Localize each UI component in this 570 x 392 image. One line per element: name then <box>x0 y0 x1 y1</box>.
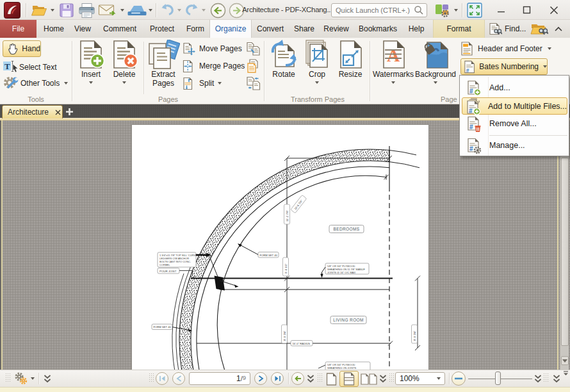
new-tab-button[interactable] <box>65 106 74 117</box>
menu-item-remove-all[interactable]: # Remove All... <box>462 115 567 132</box>
undo-dropdown[interactable] <box>176 2 183 19</box>
swap-pages-button[interactable] <box>246 76 261 90</box>
tab-review[interactable]: Review <box>320 20 353 38</box>
open-file-dropdown[interactable] <box>49 2 56 19</box>
replace-pages-button[interactable] <box>246 59 261 73</box>
close-button[interactable] <box>543 0 565 20</box>
scan-button[interactable] <box>127 2 147 19</box>
scrollbar-thumb[interactable] <box>561 158 569 346</box>
bates-numbering-button[interactable]: # Bates Numbering <box>460 58 548 75</box>
print-button[interactable] <box>77 2 96 19</box>
zoom-out-button[interactable] <box>452 372 466 386</box>
ui-options-dropdown[interactable] <box>453 2 459 19</box>
previous-page-button[interactable] <box>172 372 185 385</box>
header-and-footer-button[interactable]: Header and Footer <box>460 41 551 56</box>
ui-options-button[interactable] <box>433 2 452 19</box>
delete-pages-button[interactable]: Delete <box>106 39 142 94</box>
tab-protect[interactable]: Protect <box>143 20 181 38</box>
duplicate-pages-button[interactable] <box>246 42 261 56</box>
resize-pages-button[interactable]: Resize <box>332 39 368 94</box>
dim-label-v3: 8'-0 3/4" <box>413 330 416 341</box>
redo-button[interactable] <box>184 2 200 19</box>
document-page[interactable]: 1 3/4"x11 7/8" TOP SILL 'CURVED' LEDGERS… <box>131 124 429 370</box>
tab-view[interactable]: View <box>69 20 97 38</box>
email-button[interactable] <box>97 2 118 19</box>
more-tools-button[interactable] <box>551 372 562 386</box>
split-button[interactable]: Split <box>182 76 222 90</box>
page-number-input[interactable] <box>204 374 241 383</box>
two-page-layout-button[interactable] <box>360 372 378 386</box>
hand-tool-button[interactable]: Hand <box>3 40 41 57</box>
page-nav-grip[interactable] <box>149 373 154 383</box>
nav-back-button[interactable] <box>209 2 226 19</box>
quick-launch-box[interactable] <box>331 3 427 17</box>
app-logo-icon <box>3 2 22 19</box>
open-file-button[interactable] <box>29 2 49 19</box>
menu-item-manage[interactable]: # Manage... <box>462 137 567 154</box>
crop-pages-button[interactable]: Crop <box>299 39 335 94</box>
scrollbar-down-button[interactable] <box>561 356 569 365</box>
email-dropdown[interactable] <box>119 2 126 19</box>
history-expand-button[interactable] <box>306 372 315 386</box>
extract-pages-button[interactable]: Extract Pages <box>145 39 181 94</box>
tab-close-icon[interactable] <box>55 110 61 115</box>
last-page-button[interactable] <box>271 372 284 385</box>
tab-convert[interactable]: Convert <box>252 20 289 38</box>
undo-button[interactable] <box>159 2 175 19</box>
status-options-dropdown[interactable] <box>29 372 36 386</box>
find-button[interactable]: Find... <box>488 20 526 38</box>
search-in-files-button[interactable] <box>530 20 548 38</box>
zoom-grip[interactable] <box>389 373 395 383</box>
collapse-ribbon-button[interactable] <box>555 20 566 38</box>
tab-format[interactable]: Format <box>433 20 485 38</box>
single-page-layout-button[interactable] <box>324 372 338 386</box>
tab-home[interactable]: Home <box>39 20 69 38</box>
select-text-button[interactable]: T Select Text <box>3 60 56 75</box>
other-tools-button[interactable]: Other Tools <box>3 76 68 91</box>
tab-share[interactable]: Share <box>289 20 320 38</box>
zoom-slider-handle[interactable] <box>495 372 501 385</box>
tab-file[interactable]: File <box>0 20 37 38</box>
menu-item-add-to-multiple-files[interactable]: # Add to Multiple Files... <box>462 97 567 115</box>
watermarks-button[interactable]: A Watermarks <box>373 39 413 94</box>
fit-width-layout-button[interactable] <box>339 371 359 387</box>
first-page-button[interactable] <box>156 372 168 385</box>
layout-expand-button[interactable] <box>379 372 387 386</box>
tab-comment[interactable]: Comment <box>97 20 143 38</box>
rotate-pages-button[interactable]: Rotate <box>266 39 302 94</box>
zoom-level-select[interactable]: 100% <box>395 372 445 385</box>
right-grip[interactable] <box>543 373 549 383</box>
minimize-button[interactable] <box>490 0 512 20</box>
save-button[interactable] <box>58 2 76 19</box>
status-options-button[interactable] <box>13 372 29 386</box>
tab-bookmarks[interactable]: Bookmarks <box>353 20 403 38</box>
merge-pages-button[interactable]: Merge Pages <box>182 59 245 73</box>
tab-organize[interactable]: Organize <box>209 20 252 38</box>
layout-grip[interactable] <box>317 373 323 383</box>
statusbar-collapse-button[interactable] <box>561 370 570 377</box>
insert-pages-button[interactable]: Insert <box>73 39 109 94</box>
toolbar-grip[interactable] <box>5 373 11 383</box>
bates-numbering-menu: # Add... # Add to Mul <box>459 75 569 156</box>
page-number-box[interactable]: / 9 <box>189 372 250 385</box>
zoom-expand-button[interactable] <box>533 372 542 386</box>
menu-item-add[interactable]: # Add... <box>462 79 567 96</box>
redo-dropdown[interactable] <box>200 2 207 19</box>
next-page-button[interactable] <box>254 372 267 385</box>
scan-dropdown[interactable] <box>147 2 154 19</box>
window-title: Architecture - PDF-XChang.. <box>242 0 330 20</box>
menu-item-add-to-multiple-files-label: Add to Multiple Files... <box>485 102 567 111</box>
history-back-button[interactable] <box>291 372 304 385</box>
move-pages-button[interactable]: Move Pages <box>182 42 242 56</box>
bates-numbering-icon: # <box>464 60 475 74</box>
maximize-button[interactable] <box>516 0 537 20</box>
tab-help[interactable]: Help <box>403 20 430 38</box>
tab-form[interactable]: Form <box>181 20 209 38</box>
status-expand-button[interactable] <box>42 372 53 386</box>
quick-launch-input[interactable] <box>332 6 414 14</box>
fullscreen-button[interactable] <box>466 2 484 19</box>
background-button[interactable]: Background <box>415 39 456 94</box>
group-label-transform-pages: Transform Pages <box>266 95 370 104</box>
document-tab-architecture[interactable]: Architecture <box>2 105 63 118</box>
vertical-scrollbar[interactable] <box>560 120 569 370</box>
